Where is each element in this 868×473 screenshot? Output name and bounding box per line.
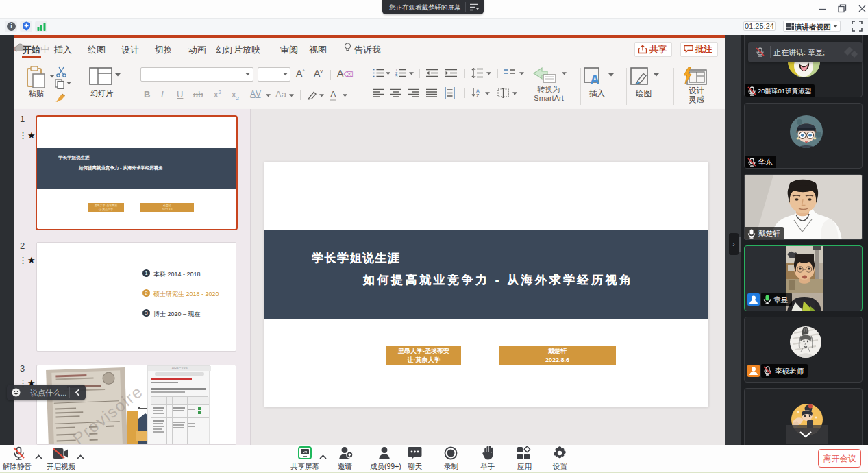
svg-text:3: 3 (395, 75, 398, 77)
svg-text:A: A (590, 72, 599, 85)
svg-text:A: A (476, 88, 480, 93)
svg-text:Z: Z (476, 93, 480, 98)
